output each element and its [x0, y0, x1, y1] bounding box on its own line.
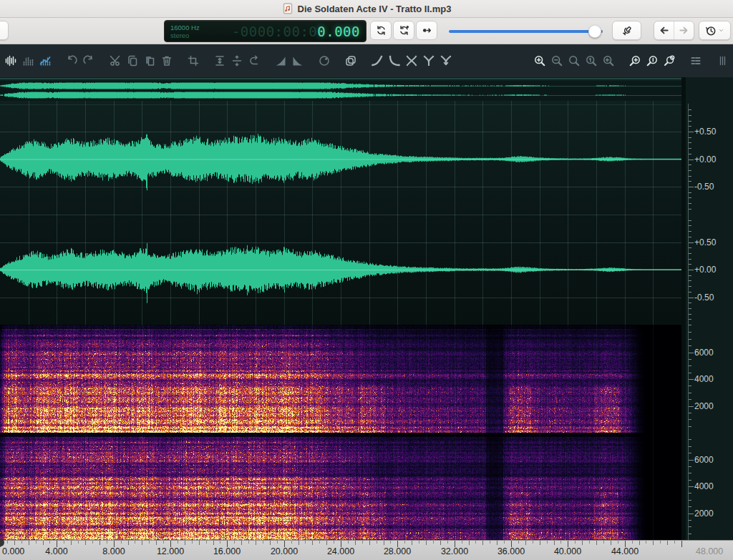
tool-duplicate-button[interactable] [344, 51, 358, 70]
ruler-tick [689, 259, 691, 260]
loop-playback-button[interactable] [370, 21, 392, 40]
tool-waveform-view-button[interactable] [4, 51, 18, 70]
titlebar: Die Soldaten Acte IV - Tratto II.mp3 [0, 0, 733, 18]
ruler-tick [689, 493, 691, 493]
tool-undo-button[interactable] [64, 51, 79, 70]
time-tick [121, 541, 122, 544]
tool-copy-button[interactable] [125, 51, 140, 70]
time-tick [128, 541, 129, 545]
tool-spectrum-view-button[interactable] [21, 51, 35, 70]
tool-split-button[interactable] [422, 51, 436, 70]
loop-button-group [370, 21, 437, 40]
time-tick [447, 541, 448, 544]
paste-icon [144, 55, 155, 67]
ruler-tick [689, 253, 691, 254]
tool-curve-down-button[interactable] [387, 51, 402, 70]
tool-delete-button[interactable] [160, 51, 174, 70]
ruler-tick [689, 526, 691, 527]
time-tick [43, 541, 44, 545]
time-tick [547, 541, 548, 544]
time-tick [482, 541, 483, 545]
forward-button[interactable] [674, 21, 694, 39]
time-tick [618, 541, 618, 544]
time-label: 40.000 [554, 546, 581, 556]
input-device-button[interactable] [612, 21, 641, 40]
time-tick [362, 541, 363, 544]
play-from-cursor-button[interactable] [416, 21, 437, 40]
ruler-tick [689, 379, 694, 380]
time-label: 36.000 [497, 546, 525, 556]
tool-vzoom-out-button[interactable] [645, 51, 659, 70]
ruler-tick [689, 319, 691, 320]
time-tick [135, 541, 135, 544]
frequency-label: 4000 [694, 374, 714, 384]
waveform-spectrogram-canvas[interactable] [0, 77, 686, 540]
tool-fade-in-button[interactable] [273, 51, 288, 70]
amplitude-frequency-ruler[interactable]: -0.50+0.00+0.50-0.50+0.00+0.502000400060… [686, 77, 733, 540]
time-digits-value: 0.000 [317, 24, 360, 39]
amplitude-label: +0.50 [694, 237, 716, 247]
ruler-tick [689, 159, 694, 160]
tool-zoom-in-button[interactable] [533, 51, 547, 70]
time-tick [533, 541, 533, 544]
back-arrow-icon [659, 25, 669, 36]
tool-zoom-fit-button[interactable] [567, 51, 581, 70]
time-tick [64, 541, 64, 544]
ruler-tick [689, 460, 694, 461]
tool-curve-up-button[interactable] [370, 51, 384, 70]
ruler-tick [689, 270, 694, 270]
tool-zoom-out-button[interactable] [550, 51, 564, 70]
clipped-toolbar-button[interactable] [0, 21, 9, 40]
back-button[interactable] [654, 21, 674, 39]
time-tick [369, 541, 370, 545]
time-tick [632, 541, 633, 544]
time-tick [199, 541, 200, 545]
tool-cut-button[interactable] [108, 51, 122, 70]
volume-slider-knob[interactable] [588, 25, 601, 38]
tool-paste-button[interactable] [142, 51, 157, 70]
ruler-tick [689, 148, 691, 149]
tool-levels-button[interactable] [689, 51, 703, 70]
tool-zoom-one-button[interactable] [584, 51, 598, 70]
tool-adjust-amplitude-button[interactable] [230, 51, 244, 70]
time-tick [518, 541, 519, 544]
time-tick [377, 541, 377, 544]
ruler-tick [689, 275, 691, 276]
time-label: 44.000 [611, 546, 639, 556]
volume-slider[interactable] [449, 28, 603, 34]
tool-cross-curves-button[interactable] [404, 51, 419, 70]
levels-icon [690, 55, 702, 67]
tool-zoom-back-button[interactable] [601, 51, 616, 70]
reverse-icon [248, 55, 260, 67]
tool-vzoom-in-button[interactable] [628, 51, 642, 70]
tool-merge-button[interactable] [439, 51, 453, 70]
tool-combined-view-button[interactable] [38, 51, 52, 70]
time-label: 32.000 [441, 546, 468, 556]
time-tick [674, 541, 675, 544]
amplitude-label: +0.50 [694, 127, 716, 137]
tool-redo-button[interactable] [82, 51, 96, 70]
tool-reverse-button[interactable] [247, 51, 261, 70]
ruler-tick [689, 308, 691, 309]
time-tick [71, 541, 72, 545]
tool-vzoom-reset-button[interactable] [662, 51, 676, 70]
tool-gain-button[interactable] [317, 51, 331, 70]
time-tick [355, 541, 356, 545]
tool-grip-button[interactable] [715, 51, 729, 70]
frequency-label: 6000 [694, 455, 714, 465]
loop-selection-button[interactable] [393, 21, 414, 40]
trim-icon [188, 55, 199, 67]
zoom-one-icon [586, 55, 597, 67]
volume-slider-track[interactable] [449, 30, 603, 33]
ruler-tick [689, 339, 691, 340]
zoom-out-icon [551, 55, 563, 67]
tool-normalize-button[interactable] [213, 51, 227, 70]
tool-fade-out-button[interactable] [291, 51, 305, 70]
tool-trim-button[interactable] [186, 51, 200, 70]
time-tick [291, 541, 292, 544]
ruler-tick [689, 345, 691, 346]
history-button[interactable] [699, 21, 731, 40]
ruler-tick [689, 286, 691, 287]
spectrum-view-icon [22, 55, 34, 67]
time-ruler[interactable]: 0.0004.0008.00012.00016.00020.00024.0002… [0, 540, 733, 560]
